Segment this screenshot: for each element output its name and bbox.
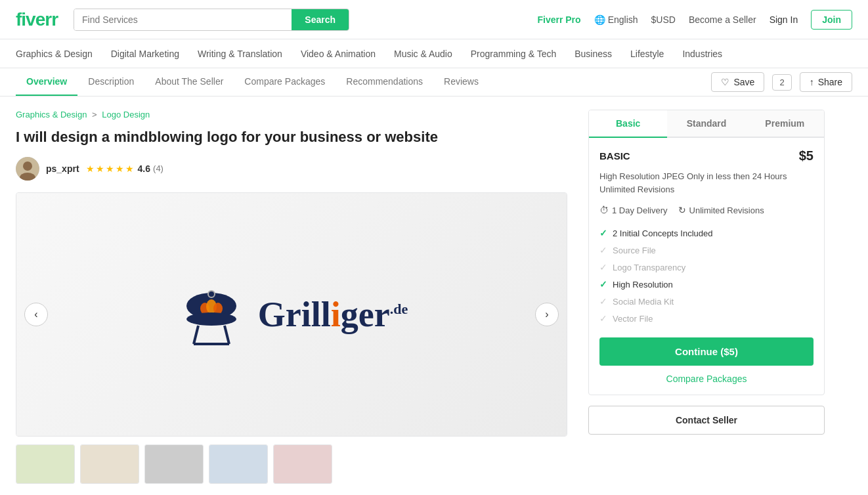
package-price: $5: [799, 148, 814, 163]
become-seller-link[interactable]: Become a Seller: [689, 14, 756, 25]
gig-title: I will design a mindblowing logo for you…: [16, 127, 567, 148]
gig-slideshow: ‹: [16, 192, 567, 437]
svg-point-11: [208, 291, 215, 297]
pkg-item-label-3: High Resolution: [613, 280, 673, 290]
thumbnail-5[interactable]: [273, 444, 332, 484]
slide-content: Grilliger.de: [16, 193, 567, 436]
main-content: Graphics & Design > Logo Design I will d…: [0, 97, 840, 495]
star-1: ★: [86, 163, 95, 174]
search-button[interactable]: Search: [292, 9, 349, 30]
nav-digital-marketing[interactable]: Digital Marketing: [111, 46, 179, 62]
package-items-list: ✓ 2 Initial Concepts Included ✓ Source F…: [599, 225, 814, 327]
category-nav: Graphics & Design Digital Marketing Writ…: [0, 39, 868, 68]
pkg-tab-basic[interactable]: Basic: [589, 110, 667, 138]
seller-row: ps_xprt ★ ★ ★ ★ ★ 4.6 (4): [16, 157, 567, 181]
header-right: Fiverr Pro English $USD Become a Seller …: [537, 10, 852, 30]
save-label: Save: [733, 77, 754, 87]
tab-recommendations[interactable]: Recommendations: [336, 68, 433, 96]
package-tabs: Basic Standard Premium: [589, 110, 824, 138]
tab-reviews[interactable]: Reviews: [433, 68, 489, 96]
package-body: BASIC $5 High Resolution JPEG Only in le…: [589, 138, 824, 395]
grill-svg: [175, 278, 248, 351]
fiverr-pro-link[interactable]: Fiverr Pro: [537, 14, 580, 25]
pkg-tab-standard[interactable]: Standard: [667, 110, 745, 138]
breadcrumb-child[interactable]: Logo Design: [102, 110, 150, 119]
pkg-item-0: ✓ 2 Initial Concepts Included: [599, 225, 814, 242]
star-half: ★: [125, 163, 134, 174]
svg-line-9: [225, 326, 229, 344]
thumbnail-3[interactable]: [144, 444, 204, 484]
globe-icon: [594, 14, 605, 25]
join-button[interactable]: Join: [811, 10, 852, 30]
search-input[interactable]: [74, 9, 292, 30]
tab-about-seller[interactable]: About The Seller: [144, 68, 234, 96]
tabs-actions: ♡ Save 2 ↑ Share: [711, 72, 852, 92]
avatar-image: [16, 157, 39, 181]
contact-seller-button[interactable]: Contact Seller: [588, 406, 825, 435]
save-count: 2: [772, 74, 791, 91]
nav-business[interactable]: Business: [575, 46, 612, 62]
breadcrumb-separator: >: [92, 110, 97, 119]
pkg-item-label-4: Social Media Kit: [613, 297, 674, 307]
package-name: BASIC: [599, 150, 630, 161]
pkg-item-label-2: Logo Transparency: [613, 263, 685, 272]
logo-accent: i: [331, 295, 341, 334]
package-header: BASIC $5: [599, 148, 814, 163]
slide-main-image: ‹: [16, 193, 567, 436]
site-logo[interactable]: fiverr: [16, 9, 58, 30]
tab-overview[interactable]: Overview: [16, 68, 77, 96]
next-slide-button[interactable]: ›: [535, 303, 559, 326]
continue-button[interactable]: Continue ($5): [599, 337, 814, 366]
nocheck-icon-4: ✓: [599, 296, 607, 307]
review-count: (4): [153, 163, 163, 173]
pkg-item-4: ✓ Social Media Kit: [599, 293, 814, 310]
compare-packages-link[interactable]: Compare Packages: [599, 374, 814, 384]
share-button[interactable]: ↑ Share: [800, 72, 852, 92]
pkg-tab-premium[interactable]: Premium: [746, 110, 824, 138]
site-header: fiverr Search Fiverr Pro English $USD Be…: [0, 0, 868, 39]
thumbnail-strip: [16, 444, 567, 484]
star-3: ★: [106, 163, 114, 174]
language-selector[interactable]: English: [594, 14, 638, 25]
nav-video-animation[interactable]: Video & Animation: [301, 46, 376, 62]
currency-selector[interactable]: $USD: [651, 14, 676, 25]
refresh-icon: ↻: [678, 205, 686, 215]
gig-details: Graphics & Design > Logo Design I will d…: [16, 110, 567, 484]
tab-description[interactable]: Description: [77, 68, 144, 96]
nav-writing-translation[interactable]: Writing & Translation: [198, 46, 282, 62]
sign-in-link[interactable]: Sign In: [770, 14, 798, 25]
package-features: ⏱ 1 Day Delivery ↻ Unlimited Revisions: [599, 205, 814, 215]
star-2: ★: [96, 163, 104, 174]
gig-image-logo: Grilliger.de: [175, 278, 408, 351]
svg-point-1: [23, 161, 32, 171]
thumbnail-4[interactable]: [209, 444, 268, 484]
nav-lifestyle[interactable]: Lifestyle: [630, 46, 664, 62]
nav-industries[interactable]: Industries: [682, 46, 722, 62]
seller-name[interactable]: ps_xprt: [46, 163, 79, 174]
share-label: Share: [818, 77, 842, 87]
check-icon-0: ✓: [599, 228, 607, 238]
pkg-item-5: ✓ Vector File: [599, 310, 814, 327]
nav-music-audio[interactable]: Music & Audio: [394, 46, 452, 62]
tab-compare-packages[interactable]: Compare Packages: [234, 68, 336, 96]
revisions-text: Unlimited Revisions: [689, 205, 764, 215]
thumbnail-1[interactable]: [16, 444, 75, 484]
nocheck-icon-5: ✓: [599, 313, 607, 324]
thumbnail-2[interactable]: [80, 444, 139, 484]
logo-brand-text: Grilliger.de: [258, 297, 408, 332]
prev-slide-button[interactable]: ‹: [24, 303, 48, 326]
pkg-item-label-1: Source File: [613, 246, 656, 255]
delivery-feature: ⏱ 1 Day Delivery: [599, 205, 668, 215]
save-button[interactable]: ♡ Save: [711, 72, 764, 92]
clock-icon: ⏱: [599, 205, 609, 215]
nocheck-icon-1: ✓: [599, 245, 607, 255]
nav-programming-tech[interactable]: Programming & Tech: [471, 46, 556, 62]
logo-domain: .de: [390, 301, 408, 317]
rating-number: 4.6: [138, 163, 150, 174]
nocheck-icon-2: ✓: [599, 262, 607, 272]
pkg-item-2: ✓ Logo Transparency: [599, 259, 814, 276]
search-bar: Search: [74, 9, 349, 31]
logo-text-block: Grilliger.de: [258, 297, 408, 332]
nav-graphics-design[interactable]: Graphics & Design: [16, 46, 93, 62]
breadcrumb-parent[interactable]: Graphics & Design: [16, 110, 87, 119]
